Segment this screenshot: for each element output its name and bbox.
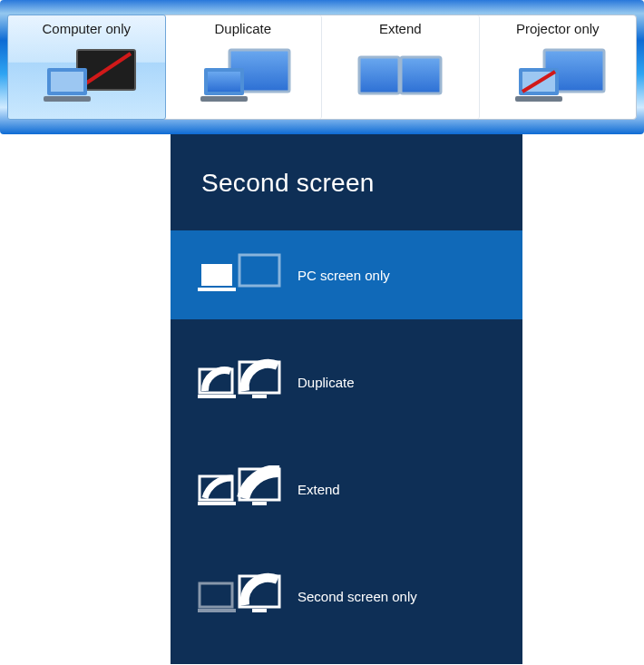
second-screen-only-icon [198,569,281,623]
pc-screen-only-icon [198,248,281,302]
svg-rect-17 [198,288,236,291]
win7-option-label: Duplicate [214,21,271,36]
svg-rect-7 [208,72,240,92]
win7-option-label: Extend [379,21,422,36]
svg-rect-26 [252,502,267,505]
svg-rect-24 [198,502,236,505]
metro-title: Second screen [171,134,522,198]
win7-option-projector-only[interactable]: Projector only [480,15,637,119]
metro-second-screen-pane: Second screen PC screen only [171,134,522,664]
svg-rect-14 [515,96,562,102]
win7-option-computer-only[interactable]: Computer only [7,15,166,120]
svg-rect-16 [201,264,232,286]
metro-duplicate-icon [198,355,281,409]
metro-option-pc-screen-only[interactable]: PC screen only [171,230,522,319]
svg-rect-4 [44,96,91,102]
metro-option-extend[interactable]: Extend [171,445,522,533]
svg-rect-9 [359,57,399,93]
metro-option-label: Extend [298,482,340,497]
metro-option-second-screen-only[interactable]: Second screen only [171,552,522,641]
svg-rect-20 [198,395,236,398]
win7-option-label: Computer only [42,21,131,36]
svg-rect-28 [198,609,236,612]
projector-only-icon [483,38,633,115]
computer-only-icon [12,38,161,115]
svg-rect-8 [200,96,248,102]
win7-option-label: Projector only [516,21,600,36]
metro-options-list: PC screen only Duplicate [171,230,522,641]
metro-extend-icon [198,462,281,516]
svg-rect-3 [51,72,83,92]
metro-option-label: Duplicate [298,375,355,390]
win7-options-row: Computer only Duplicate [7,15,637,120]
win7-projection-switcher: Computer only Duplicate [0,0,644,134]
svg-rect-18 [239,255,279,286]
duplicate-icon [169,38,318,115]
win7-option-extend[interactable]: Extend [322,15,480,119]
svg-rect-30 [252,609,267,612]
svg-rect-27 [200,583,232,607]
svg-rect-10 [401,57,441,93]
win7-option-duplicate[interactable]: Duplicate [165,15,323,119]
svg-rect-22 [252,395,267,398]
metro-option-duplicate[interactable]: Duplicate [171,337,522,426]
metro-option-label: Second screen only [298,589,417,604]
extend-icon [326,38,475,115]
metro-option-label: PC screen only [298,268,390,283]
